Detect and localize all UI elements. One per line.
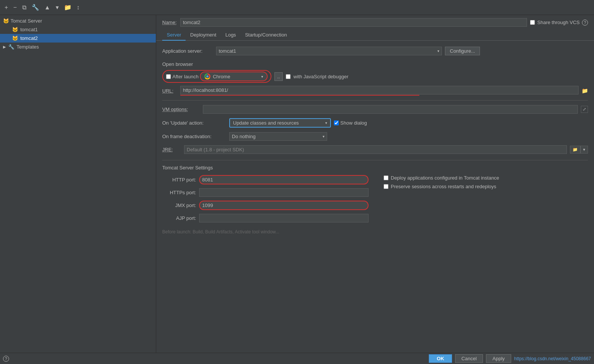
browse-button[interactable]: .. bbox=[274, 72, 282, 81]
app-server-row: Application server: tomcat1 ▾ Configure.… bbox=[162, 47, 588, 55]
tomcat-settings-label: Tomcat Server Settings bbox=[162, 165, 588, 171]
update-action-dropdown[interactable]: Update classes and resources ▾ bbox=[229, 118, 331, 128]
sidebar-section-label: Tomcat Server bbox=[11, 18, 42, 24]
help-icon[interactable]: ? bbox=[582, 20, 588, 26]
url-underline bbox=[180, 95, 419, 96]
frame-deact-dropdown[interactable]: Do nothing ▾ bbox=[229, 132, 327, 141]
after-launch-wrapper: After launch Chrome ▾ bbox=[162, 70, 271, 83]
tab-deployment[interactable]: Deployment bbox=[186, 30, 221, 41]
name-row: Name: Share through VCS ? bbox=[156, 15, 594, 30]
after-launch-label[interactable]: After launch bbox=[172, 74, 198, 79]
toolbar: + − ⧉ 🔧 ▲ ▾ 📁 ↕ bbox=[0, 0, 594, 15]
deploy-apps-checkbox[interactable] bbox=[384, 175, 388, 180]
open-browser-section-label: Open browser bbox=[162, 61, 588, 67]
http-port-label: HTTP port: bbox=[162, 177, 196, 183]
share-vcs-label: Share through VCS bbox=[537, 20, 580, 25]
http-port-input[interactable] bbox=[199, 175, 369, 184]
sidebar-section-tomcat: 🐱 Tomcat Server bbox=[0, 17, 156, 25]
bottom-help-icon[interactable]: ? bbox=[3, 356, 9, 362]
url-row: URL: 📁 bbox=[162, 86, 588, 96]
settings-button[interactable]: 🔧 bbox=[30, 3, 41, 12]
divider1 bbox=[162, 100, 588, 101]
help-button-container: ? bbox=[3, 356, 9, 362]
preserve-sessions-container: Preserve sessions across restarts and re… bbox=[384, 184, 499, 189]
ajp-port-row: AJP port: bbox=[162, 214, 369, 222]
sort-button[interactable]: ↕ bbox=[75, 3, 81, 12]
preserve-sessions-label: Preserve sessions across restarts and re… bbox=[391, 184, 496, 189]
add-button[interactable]: + bbox=[3, 3, 9, 12]
show-dialog-container: Show dialog bbox=[334, 120, 367, 126]
jmx-port-input[interactable] bbox=[199, 201, 369, 210]
ajp-port-input[interactable] bbox=[199, 214, 369, 222]
wrench-icon: 🔧 bbox=[8, 44, 14, 50]
url-folder-icon[interactable]: 📁 bbox=[582, 88, 588, 94]
bottom-bar: ? OK Cancel Apply https://blog.csdn.net/… bbox=[0, 353, 594, 364]
before-launch-text: Before launch: Build, Build Artifacts, A… bbox=[162, 229, 588, 235]
frame-deact-value: Do nothing bbox=[232, 134, 256, 139]
folder-button[interactable]: 📁 bbox=[62, 3, 73, 12]
frame-deact-label: On frame deactivation: bbox=[162, 134, 226, 139]
apply-button[interactable]: Apply bbox=[486, 354, 511, 363]
http-port-row: HTTP port: bbox=[162, 175, 369, 184]
jmx-port-label: JMX port: bbox=[162, 203, 196, 208]
app-server-value: tomcat1 bbox=[219, 48, 236, 54]
port-right-options: Deploy applications configured in Tomcat… bbox=[384, 175, 499, 226]
server-panel-content: Application server: tomcat1 ▾ Configure.… bbox=[156, 41, 594, 353]
share-vcs-checkbox[interactable] bbox=[530, 20, 535, 25]
move-down-button[interactable]: ▾ bbox=[54, 3, 60, 12]
deploy-apps-label: Deploy applications configured in Tomcat… bbox=[391, 175, 499, 181]
ports-section: HTTP port: HTTPs port: JMX port: bbox=[162, 175, 588, 226]
sidebar-item-tomcat1-label: tomcat1 bbox=[20, 27, 38, 32]
update-dropdown-arrow: ▾ bbox=[325, 121, 327, 125]
name-input[interactable] bbox=[180, 18, 527, 27]
cancel-button[interactable]: Cancel bbox=[455, 354, 483, 363]
templates-label: Templates bbox=[17, 44, 39, 50]
url-input[interactable] bbox=[180, 86, 579, 94]
browser-name: Chrome bbox=[213, 74, 230, 79]
update-action-value: Update classes and resources bbox=[233, 120, 299, 126]
https-port-label: HTTPs port: bbox=[162, 190, 196, 195]
main-container: 🐱 Tomcat Server 🐱 tomcat1 🐱 tomcat2 ▶ 🔧 … bbox=[0, 15, 594, 353]
preserve-sessions-checkbox[interactable] bbox=[384, 184, 388, 189]
https-port-row: HTTPs port: bbox=[162, 188, 369, 197]
app-server-dropdown[interactable]: tomcat1 ▾ bbox=[216, 47, 442, 55]
js-debugger-checkbox[interactable] bbox=[286, 74, 291, 79]
share-vcs-container: Share through VCS ? bbox=[530, 20, 588, 26]
chrome-icon bbox=[204, 73, 210, 79]
sidebar-item-tomcat2-label: tomcat2 bbox=[20, 35, 38, 41]
jmx-port-row: JMX port: bbox=[162, 201, 369, 210]
after-launch-checkbox[interactable] bbox=[166, 74, 171, 79]
tomcat-section-icon: 🐱 bbox=[3, 18, 9, 24]
vm-options-input[interactable] bbox=[203, 105, 578, 114]
configure-button[interactable]: Configure... bbox=[445, 47, 480, 55]
app-server-label: Application server: bbox=[162, 48, 213, 54]
jre-row: JRE: 📁 ▾ bbox=[162, 145, 588, 154]
url-input-wrapper bbox=[180, 86, 579, 96]
frame-deact-arrow: ▾ bbox=[323, 134, 324, 139]
browser-dropdown-arrow: ▾ bbox=[261, 75, 263, 79]
tabs: Server Deployment Logs Startup/Connectio… bbox=[156, 30, 594, 41]
csdn-link[interactable]: https://blog.csdn.net/weixin_45088667 bbox=[514, 356, 591, 361]
sidebar-templates[interactable]: ▶ 🔧 Templates bbox=[0, 43, 156, 51]
ok-button[interactable]: OK bbox=[429, 354, 452, 363]
sidebar-item-tomcat2[interactable]: 🐱 tomcat2 bbox=[0, 34, 156, 43]
copy-button[interactable]: ⧉ bbox=[21, 3, 28, 12]
show-dialog-checkbox[interactable] bbox=[334, 120, 339, 125]
tomcat1-icon: 🐱 bbox=[12, 27, 18, 32]
right-panel: Name: Share through VCS ? Server Deploym… bbox=[156, 15, 594, 353]
vm-expand-button[interactable]: ⤢ bbox=[581, 106, 588, 113]
update-action-label: On 'Update' action: bbox=[162, 120, 226, 126]
jre-input[interactable] bbox=[184, 145, 567, 154]
jre-folder-button[interactable]: 📁 bbox=[570, 146, 580, 154]
sidebar-item-tomcat1[interactable]: 🐱 tomcat1 bbox=[0, 25, 156, 34]
bottom-right-buttons: OK Cancel Apply https://blog.csdn.net/we… bbox=[429, 354, 591, 363]
jre-dropdown-button[interactable]: ▾ bbox=[580, 146, 588, 154]
tab-server[interactable]: Server bbox=[162, 30, 186, 41]
browser-dropdown[interactable]: Chrome ▾ bbox=[200, 72, 268, 81]
move-up-button[interactable]: ▲ bbox=[43, 3, 52, 12]
tab-startup-connection[interactable]: Startup/Connection bbox=[241, 30, 291, 41]
tab-logs[interactable]: Logs bbox=[221, 30, 241, 41]
https-port-input[interactable] bbox=[199, 188, 369, 197]
remove-button[interactable]: − bbox=[12, 3, 18, 12]
ajp-port-label: AJP port: bbox=[162, 215, 196, 221]
